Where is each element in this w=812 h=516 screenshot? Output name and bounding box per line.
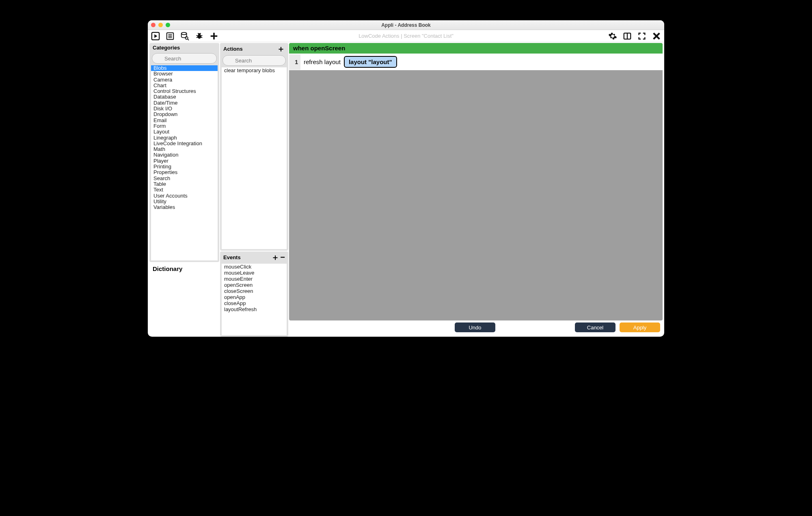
list-item[interactable]: mouseLeave — [222, 270, 287, 276]
window-title: Appli - Address Book — [148, 22, 664, 28]
list-item[interactable]: openScreen — [222, 282, 287, 288]
list-item[interactable]: LiveCode Integration — [151, 141, 218, 146]
list-item[interactable]: Variables — [151, 204, 218, 210]
cancel-button[interactable]: Cancel — [575, 322, 615, 332]
list-item[interactable]: Browser — [151, 71, 218, 77]
list-item[interactable]: Email — [151, 118, 218, 123]
events-list[interactable]: mouseClickmouseLeavemouseEnteropenScreen… — [222, 264, 287, 335]
line-number: 1 — [289, 54, 300, 70]
list-item[interactable]: Chart — [151, 83, 218, 88]
list-item[interactable]: Control Structures — [151, 88, 218, 94]
events-panel: Events ＋ − mouseClickmouseLeavemouseEnte… — [220, 252, 288, 337]
list-item[interactable]: closeApp — [222, 300, 287, 306]
dictionary-panel: Dictionary — [149, 264, 219, 337]
categories-header: Categories — [149, 43, 219, 52]
list-item[interactable]: Properties — [151, 170, 218, 175]
list-item[interactable]: Linegraph — [151, 135, 218, 141]
actions-panel: Actions ＋ clear temporary blobs — [220, 43, 288, 251]
svg-line-15 — [200, 33, 201, 34]
dictionary-header: Dictionary — [153, 265, 182, 272]
fullscreen-icon[interactable] — [637, 32, 646, 41]
apply-button[interactable]: Apply — [620, 322, 660, 332]
actions-search-input[interactable] — [222, 55, 286, 66]
list-item[interactable]: mouseClick — [222, 264, 287, 270]
list-icon[interactable] — [166, 32, 175, 41]
list-item[interactable]: Database — [151, 94, 218, 100]
list-item[interactable]: clear temporary blobs — [222, 67, 287, 73]
svg-line-10 — [197, 35, 198, 36]
param-chip[interactable]: layout "layout" — [344, 56, 397, 68]
list-item[interactable]: Camera — [151, 77, 218, 83]
list-item[interactable]: Player — [151, 158, 218, 164]
list-item[interactable]: Dropdown — [151, 112, 218, 117]
svg-line-11 — [197, 37, 198, 37]
list-item[interactable]: layoutRefresh — [222, 306, 287, 312]
titlebar: Appli - Address Book — [148, 20, 664, 30]
list-item[interactable]: openApp — [222, 294, 287, 300]
add-event-button[interactable]: ＋ — [271, 253, 279, 261]
run-icon[interactable] — [151, 32, 160, 41]
categories-search-input[interactable] — [152, 53, 217, 64]
plus-icon[interactable] — [209, 32, 218, 41]
gear-icon[interactable] — [608, 32, 617, 41]
remove-event-button[interactable]: − — [280, 253, 285, 261]
actions-list[interactable]: clear temporary blobs — [222, 67, 287, 249]
undo-button[interactable]: Undo — [455, 322, 495, 332]
code-area: when openScreen 1 refresh layout layout … — [289, 43, 663, 320]
svg-line-12 — [201, 35, 203, 36]
svg-line-14 — [198, 33, 199, 34]
list-item[interactable]: Utility — [151, 199, 218, 204]
list-item[interactable]: Layout — [151, 129, 218, 135]
categories-list[interactable]: BlobsBrowserCameraChartControl Structure… — [151, 65, 218, 260]
close-icon[interactable] — [652, 32, 661, 41]
list-item[interactable]: Blobs — [151, 65, 218, 71]
list-item[interactable]: Form — [151, 123, 218, 129]
list-item[interactable]: User Accounts — [151, 193, 218, 199]
bottom-bar: Undo Cancel Apply — [289, 320, 664, 337]
list-item[interactable]: Date/Time — [151, 100, 218, 106]
code-line[interactable]: 1 refresh layout layout "layout" — [289, 54, 663, 70]
events-header: Events — [223, 254, 241, 260]
action-token: refresh layout — [304, 58, 341, 65]
list-item[interactable]: Printing — [151, 164, 218, 170]
event-header: when openScreen — [289, 43, 663, 54]
bug-icon[interactable] — [195, 32, 204, 41]
list-item[interactable]: Text — [151, 187, 218, 193]
svg-line-13 — [201, 37, 203, 37]
actions-header: Actions — [223, 46, 243, 52]
split-view-icon[interactable] — [623, 32, 632, 41]
list-item[interactable]: Disk I/O — [151, 106, 218, 112]
categories-panel: Categories BlobsBrowserCameraChartContro… — [149, 43, 219, 262]
list-item[interactable]: Table — [151, 181, 218, 187]
list-item[interactable]: Math — [151, 146, 218, 152]
add-action-button[interactable]: ＋ — [277, 45, 285, 53]
list-item[interactable]: closeScreen — [222, 288, 287, 294]
list-item[interactable]: Navigation — [151, 152, 218, 158]
toolbar-subtitle: LowCode Actions | Screen "Contact List" — [148, 33, 664, 39]
list-item[interactable]: Search — [151, 176, 218, 181]
toolbar: LowCode Actions | Screen "Contact List" — [148, 30, 664, 42]
svg-point-5 — [181, 32, 187, 34]
list-item[interactable]: mouseEnter — [222, 276, 287, 282]
svg-line-7 — [188, 39, 189, 40]
app-window: Appli - Address Book LowCode Actions | S… — [148, 20, 664, 337]
database-search-icon[interactable] — [180, 32, 189, 41]
